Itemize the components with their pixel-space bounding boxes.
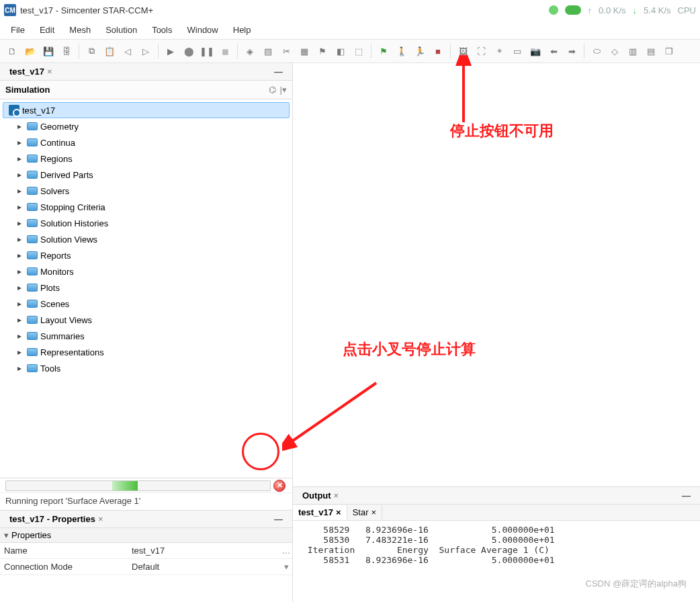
diamond-icon[interactable]: ◇ — [607, 43, 623, 59]
flag-green-icon[interactable]: ⚑ — [376, 43, 392, 59]
tree-node-layout-views[interactable]: ▸Layout Views — [3, 312, 290, 328]
record-icon[interactable]: ⬤ — [181, 43, 197, 59]
new-file-icon[interactable]: 🗋 — [4, 43, 20, 59]
tree-node-monitors[interactable]: ▸Monitors — [3, 263, 290, 280]
back-icon[interactable]: ◁ — [120, 43, 136, 59]
camera-icon[interactable]: 📷 — [527, 43, 543, 59]
tree-node-geometry[interactable]: ▸Geometry — [3, 118, 290, 134]
properties-tab-label: test_v17 - Properties — [9, 514, 95, 524]
tree-root[interactable]: test_v17 — [3, 102, 290, 118]
output-subtab-2[interactable]: Star × — [347, 505, 382, 519]
output-subtab-1[interactable]: test_v17 × — [293, 505, 347, 520]
select-rect-icon[interactable]: ▭ — [509, 43, 525, 59]
tree-node-solvers[interactable]: ▸Solvers — [3, 183, 290, 199]
cpu-label: CPU — [678, 5, 696, 15]
simulation-tab-bar: test_v17 × — — [0, 63, 292, 81]
menu-solution[interactable]: Solution — [99, 22, 144, 38]
grid2-icon[interactable]: ▤ — [643, 43, 659, 59]
close-icon[interactable]: × — [334, 490, 339, 501]
save-icon[interactable]: 💾 — [40, 43, 56, 59]
plane-icon[interactable]: ◧ — [333, 43, 349, 59]
forward-icon[interactable]: ▷ — [138, 43, 154, 59]
menu-edit[interactable]: Edit — [33, 22, 61, 38]
copy2-icon[interactable]: ❐ — [661, 43, 677, 59]
close-icon[interactable]: × — [98, 514, 103, 524]
tree-node-reports[interactable]: ▸Reports — [3, 247, 290, 263]
left-icon[interactable]: ⬅ — [545, 43, 562, 59]
dropdown-icon[interactable]: ▾ — [280, 562, 292, 572]
minimize-button[interactable]: — — [678, 490, 695, 501]
open-file-icon[interactable]: 📂 — [22, 43, 38, 59]
properties-header[interactable]: ▾ Properties — [0, 528, 292, 543]
cube-icon[interactable]: ⬚ — [351, 43, 367, 59]
tree-options-icon[interactable]: ⌬ — [269, 85, 276, 95]
menu-help[interactable]: Help — [226, 22, 258, 38]
tree-node-derived-parts[interactable]: ▸Derived Parts — [3, 167, 290, 183]
play-icon[interactable]: ▶ — [163, 43, 179, 59]
simulation-tree[interactable]: test_v17▸Geometry▸Continua▸Regions▸Deriv… — [0, 99, 292, 478]
folder-icon — [27, 332, 38, 340]
mesh-icon[interactable]: ◈ — [242, 43, 258, 59]
output-tab-label: Output — [302, 490, 331, 501]
tree-node-tools[interactable]: ▸Tools — [3, 360, 290, 376]
tree-node-regions[interactable]: ▸Regions — [3, 150, 290, 167]
right-panel: Output × — test_v17 × Star × 58529 8.923… — [293, 63, 700, 602]
run-person-icon[interactable]: 🏃 — [412, 43, 428, 59]
chevron-right-icon: ▸ — [17, 154, 24, 163]
menu-tools[interactable]: Tools — [145, 22, 179, 38]
target-icon[interactable]: ⌖ — [491, 43, 507, 59]
save-all-icon[interactable]: 🗄 — [58, 43, 75, 59]
close-icon[interactable]: × — [336, 507, 341, 517]
close-icon[interactable]: × — [47, 67, 52, 77]
copy-icon[interactable]: ⧉ — [83, 43, 99, 59]
tree-node-scenes[interactable]: ▸Scenes — [3, 296, 290, 312]
fit-icon[interactable]: ⛶ — [473, 43, 489, 59]
output-tab[interactable]: Output × — [298, 489, 343, 502]
simulation-tab[interactable]: test_v17 × — [5, 65, 56, 78]
properties-tab[interactable]: test_v17 - Properties × — [5, 513, 107, 525]
grid-icon[interactable]: ▦ — [296, 43, 312, 59]
edit-icon[interactable]: … — [280, 546, 292, 556]
tree-node-label: Reports — [40, 251, 71, 261]
prop-connection-value[interactable]: Default — [128, 562, 280, 572]
select-icon[interactable]: ▧ — [260, 43, 276, 59]
menu-file[interactable]: File — [4, 22, 32, 38]
tree-node-summaries[interactable]: ▸Summaries — [3, 328, 290, 344]
tree-node-solution-histories[interactable]: ▸Solution Histories — [3, 215, 290, 231]
chevron-right-icon: ▸ — [17, 202, 24, 212]
stop-dim-icon[interactable]: ◼ — [217, 43, 233, 59]
filter-icon[interactable]: |▾ — [280, 85, 287, 95]
cylinder-icon[interactable]: ⬭ — [588, 43, 605, 59]
multigrid-icon[interactable]: ▥ — [625, 43, 641, 59]
tree-node-plots[interactable]: ▸Plots — [3, 280, 290, 296]
viewport[interactable] — [293, 63, 700, 486]
tree-node-representations[interactable]: ▸Representations — [3, 344, 290, 360]
menu-window[interactable]: Window — [181, 22, 225, 38]
stop-red-icon[interactable]: ■ — [430, 43, 446, 59]
right-icon[interactable]: ➡ — [564, 43, 580, 59]
net-up-icon: ↑ — [588, 5, 593, 15]
folder-icon — [27, 219, 38, 227]
walk-icon[interactable]: 🚶 — [394, 43, 410, 59]
minimize-button[interactable]: — — [270, 514, 287, 524]
paste-icon[interactable]: 📋 — [101, 43, 118, 59]
cancel-run-button[interactable]: ✕ — [273, 480, 286, 492]
image-icon[interactable]: 🖼 — [455, 43, 471, 59]
left-panel: test_v17 × — Simulation ⌬ |▾ test_v17▸Ge… — [0, 63, 293, 602]
flag-icon[interactable]: ⚑ — [314, 43, 331, 59]
close-icon[interactable]: × — [371, 507, 376, 517]
tree-node-stopping-criteria[interactable]: ▸Stopping Criteria — [3, 199, 290, 215]
crop-icon[interactable]: ✂ — [278, 43, 294, 59]
tree-node-solution-views[interactable]: ▸Solution Views — [3, 231, 290, 247]
output-console[interactable]: 58529 8.923696e-16 5.000000e+01 58530 7.… — [293, 521, 700, 602]
tree-node-label: Solution Views — [40, 234, 97, 245]
output-subtab-1-label: test_v17 — [298, 507, 333, 517]
toolbar: 🗋📂💾🗄⧉📋◁▷▶⬤❚❚◼◈▧✂▦⚑◧⬚⚑🚶🏃■🖼⛶⌖▭📷⬅➡⬭◇▥▤❐ — [0, 39, 700, 63]
tree-node-continua[interactable]: ▸Continua — [3, 134, 290, 150]
minimize-button[interactable]: — — [270, 67, 287, 77]
tree-node-label: Solvers — [40, 186, 69, 196]
chevron-right-icon: ▸ — [17, 251, 24, 260]
pause-icon[interactable]: ❚❚ — [199, 43, 215, 59]
menu-mesh[interactable]: Mesh — [62, 22, 97, 38]
prop-name-value[interactable]: test_v17 — [128, 546, 280, 556]
